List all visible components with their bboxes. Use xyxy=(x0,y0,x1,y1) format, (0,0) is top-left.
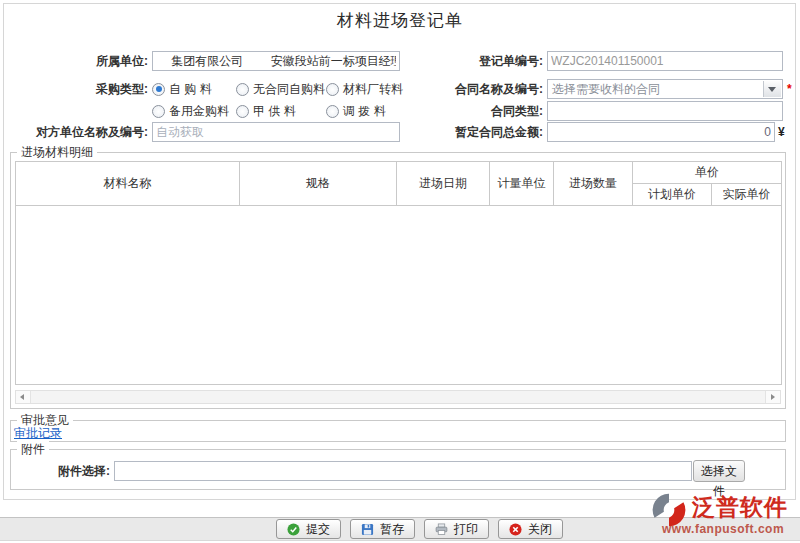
approval-fieldset: 审批意见 审批记录 xyxy=(10,420,786,442)
contract-type-input[interactable] xyxy=(547,101,783,121)
owner-unit-label: 所属单位: xyxy=(10,51,148,71)
submit-button-label: 提交 xyxy=(306,521,330,538)
contract-amount-label: 暂定合同总金额: xyxy=(403,122,543,142)
col-unit: 计量单位 xyxy=(490,162,554,206)
currency-yen-symbol: ¥ xyxy=(778,125,785,139)
fanpu-logo: 泛普软件 www.fanpusoft.com xyxy=(652,491,797,539)
choose-file-button[interactable]: 选择文件 xyxy=(693,460,745,482)
radio-self-purchase[interactable]: 自 购 料 xyxy=(152,79,212,99)
radio-label: 甲 供 料 xyxy=(253,103,296,120)
detail-legend: 进场材料明细 xyxy=(17,144,97,160)
check-circle-icon xyxy=(287,523,300,536)
radio-selected-icon xyxy=(152,83,165,96)
printer-icon xyxy=(435,523,448,536)
material-detail-table: 材料名称 规格 进场日期 计量单位 进场数量 单价 计划单价 实际单价 xyxy=(15,161,782,385)
radio-label: 备用金购料 xyxy=(169,103,229,120)
counterpart-input[interactable] xyxy=(152,122,400,142)
logo-text: 泛普软件 xyxy=(692,492,788,523)
detail-fieldset: 进场材料明细 材料名称 规格 进场日期 计量单位 进场数量 单价 计划单价 实际… xyxy=(10,152,786,409)
radio-factory-transfer[interactable]: 材料厂转料 xyxy=(326,79,403,99)
approval-record-link[interactable]: 审批记录 xyxy=(14,425,62,442)
print-button[interactable]: 打印 xyxy=(424,519,489,539)
attachment-select-label: 附件选择: xyxy=(15,461,110,481)
radio-label: 自 购 料 xyxy=(169,81,212,98)
col-material-name: 材料名称 xyxy=(16,162,240,206)
owner-unit-input[interactable] xyxy=(152,51,400,71)
radio-allocated[interactable]: 调 拨 料 xyxy=(326,101,386,121)
scroll-left-arrow-icon[interactable] xyxy=(16,391,31,403)
contract-select-value: 选择需要收料的合同 xyxy=(552,80,660,98)
empty-table-body xyxy=(16,206,782,385)
radio-label: 材料厂转料 xyxy=(343,81,403,98)
close-button[interactable]: 关闭 xyxy=(498,519,563,539)
logo-url: www.fanpusoft.com xyxy=(662,522,784,536)
col-entry-qty: 进场数量 xyxy=(554,162,633,206)
page-title: 材料进场登记单 xyxy=(0,9,800,32)
radio-icon xyxy=(152,105,165,118)
contract-select[interactable]: 选择需要收料的合同 xyxy=(547,79,783,99)
print-button-label: 打印 xyxy=(454,521,478,538)
radio-petty-cash-purchase[interactable]: 备用金购料 xyxy=(152,101,229,121)
reg-no-label: 登记单编号: xyxy=(403,51,543,71)
floppy-save-icon xyxy=(361,523,374,536)
counterpart-label: 对方单位名称及编号: xyxy=(10,122,148,142)
reg-no-input[interactable] xyxy=(547,51,783,71)
horizontal-scrollbar[interactable] xyxy=(15,390,781,404)
close-button-label: 关闭 xyxy=(528,521,552,538)
required-asterisk: * xyxy=(787,82,792,96)
contract-type-label: 合同类型: xyxy=(403,101,543,121)
radio-icon xyxy=(236,83,249,96)
radio-label: 调 拨 料 xyxy=(343,103,386,120)
close-circle-icon xyxy=(509,523,522,536)
col-entry-date: 进场日期 xyxy=(397,162,490,206)
toolbar-button-row: 提交 暂存 打印 关闭 xyxy=(276,519,563,539)
radio-icon xyxy=(236,105,249,118)
radio-no-contract-purchase[interactable]: 无合同自购料 xyxy=(236,79,325,99)
col-unit-price-group: 单价 xyxy=(633,162,782,184)
attachment-file-input[interactable] xyxy=(114,461,692,481)
save-draft-button-label: 暂存 xyxy=(380,521,404,538)
scroll-right-arrow-icon[interactable] xyxy=(765,391,780,403)
col-actual-price: 实际单价 xyxy=(712,184,782,206)
purchase-type-label: 采购类型: xyxy=(10,79,148,99)
col-spec: 规格 xyxy=(240,162,397,206)
attachment-legend: 附件 xyxy=(17,441,49,457)
contract-amount-input[interactable] xyxy=(547,122,775,142)
radio-icon xyxy=(326,83,339,96)
radio-owner-supplied[interactable]: 甲 供 料 xyxy=(236,101,296,121)
contract-label: 合同名称及编号: xyxy=(403,79,543,99)
chevron-down-icon[interactable] xyxy=(763,81,781,97)
submit-button[interactable]: 提交 xyxy=(276,519,341,539)
radio-icon xyxy=(326,105,339,118)
col-planned-price: 计划单价 xyxy=(633,184,712,206)
radio-label: 无合同自购料 xyxy=(253,81,325,98)
attachment-fieldset: 附件 附件选择: 选择文件 xyxy=(10,449,786,490)
save-draft-button[interactable]: 暂存 xyxy=(350,519,415,539)
